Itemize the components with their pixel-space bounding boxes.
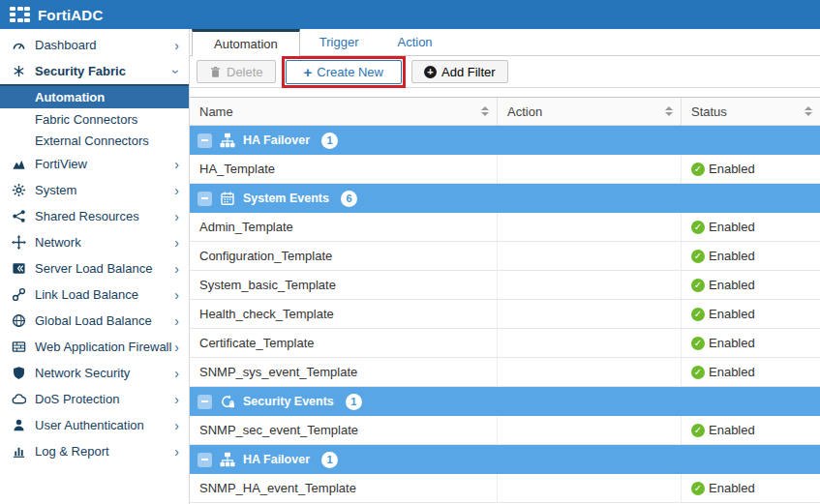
group-row-ha-failover[interactable]: HA Failover 1 (190, 126, 820, 155)
action-cell (498, 329, 682, 357)
sidebar-item-label: Link Load Balance (35, 287, 174, 302)
main-content: Automation Trigger Action Delete + Creat… (190, 29, 820, 504)
sort-icon[interactable] (665, 106, 673, 116)
delete-button[interactable]: Delete (197, 60, 276, 83)
shield-icon (11, 366, 26, 381)
network-icon (11, 235, 26, 251)
check-circle-icon: ✓ (691, 366, 705, 379)
share-icon (11, 209, 26, 224)
action-cell (498, 155, 682, 183)
status-badge: Enabled (709, 481, 755, 495)
sidebar-item-dos-protection[interactable]: DoS Protection › (0, 386, 189, 412)
sidebar: Dashboard › Security Fabric › Automation… (0, 29, 190, 504)
table-row[interactable]: System_basic_Template ✓Enabled (190, 271, 820, 300)
status-badge: Enabled (709, 307, 755, 321)
automation-table: Name Action Status HA (190, 97, 820, 503)
sidebar-item-shared-resources[interactable]: Shared Resources › (0, 203, 189, 229)
sidebar-item-label: Global Load Balance (35, 313, 174, 328)
tab-trigger[interactable]: Trigger (300, 29, 379, 55)
sidebar-item-label: Security Fabric (35, 64, 174, 78)
sidebar-item-user-authentication[interactable]: User Authentication › (0, 412, 189, 438)
column-header-action[interactable]: Action (498, 98, 682, 125)
tab-action[interactable]: Action (378, 29, 451, 55)
sidebar-item-fortiview[interactable]: FortiView › (0, 151, 189, 177)
table-row[interactable]: SNMP_sys_event_Template ✓Enabled (190, 358, 820, 387)
sidebar-item-dashboard[interactable]: Dashboard › (0, 32, 189, 58)
bar-chart-icon (11, 444, 26, 460)
sidebar-item-server-load-balance[interactable]: Server Load Balance › (0, 255, 189, 282)
sidebar-item-web-application-firewall[interactable]: Web Application Firewall › (0, 334, 189, 360)
tab-bar: Automation Trigger Action (190, 29, 820, 56)
sidebar-item-system[interactable]: System › (0, 177, 189, 203)
chevron-right-icon: › (174, 314, 179, 328)
create-new-button[interactable]: + Create New (286, 60, 402, 84)
tab-automation[interactable]: Automation (192, 29, 300, 56)
sidebar-item-external-connectors[interactable]: External Connectors (0, 130, 189, 151)
table-row[interactable]: Configuration_Template ✓Enabled (190, 242, 820, 271)
table-row[interactable]: SNMP_sec_event_Template ✓Enabled (190, 416, 820, 445)
table-header-row: Name Action Status (190, 98, 820, 126)
name-cell: System_basic_Template (190, 271, 498, 299)
action-cell (498, 242, 682, 270)
status-badge: Enabled (709, 249, 755, 263)
action-cell (498, 358, 682, 386)
sidebar-item-label: Web Application Firewall (35, 340, 174, 354)
column-header-status[interactable]: Status (682, 98, 820, 125)
check-circle-icon: ✓ (691, 163, 705, 176)
chevron-right-icon: › (174, 288, 179, 302)
chevron-right-icon: › (174, 184, 179, 197)
sidebar-item-link-load-balance[interactable]: Link Load Balance › (0, 282, 189, 308)
table-row[interactable]: Admin_Template ✓Enabled (190, 213, 820, 242)
collapse-icon[interactable] (197, 133, 212, 148)
chevron-right-icon: › (174, 158, 179, 171)
annotation-highlight-box: + Create New (282, 56, 406, 88)
dashboard-icon (11, 38, 26, 53)
calendar-icon (220, 191, 235, 206)
status-badge: Enabled (709, 278, 755, 292)
sidebar-item-label: DoS Protection (35, 392, 174, 406)
add-filter-button[interactable]: + Add Filter (411, 60, 508, 83)
sidebar-item-automation[interactable]: Automation (0, 84, 189, 108)
action-cell (498, 213, 682, 241)
group-row-security-events[interactable]: Security Events 1 (190, 387, 820, 416)
sort-icon[interactable] (481, 106, 489, 116)
sidebar-item-label: User Authentication (35, 418, 174, 432)
collapse-icon[interactable] (197, 395, 212, 409)
link-icon (11, 287, 26, 303)
status-cell: ✓Enabled (682, 242, 820, 270)
chevron-right-icon: › (174, 262, 179, 276)
column-header-name[interactable]: Name (190, 98, 498, 125)
security-fabric-icon (11, 64, 26, 79)
sidebar-item-network-security[interactable]: Network Security › (0, 360, 189, 386)
group-count-badge: 1 (321, 133, 338, 149)
check-circle-icon: ✓ (691, 424, 705, 437)
status-cell: ✓Enabled (682, 416, 820, 444)
sidebar-item-fabric-connectors[interactable]: Fabric Connectors (0, 108, 189, 130)
globe-icon (11, 313, 26, 329)
group-label: HA Failover (243, 453, 310, 466)
name-cell: SNMP_sys_event_Template (190, 358, 498, 386)
top-bar: FortiADC (0, 0, 820, 29)
group-row-system-events[interactable]: System Events 6 (190, 184, 820, 213)
sidebar-item-label: Dashboard (35, 38, 174, 52)
sidebar-subitem-label: Fabric Connectors (35, 112, 137, 127)
action-cell (498, 300, 682, 328)
sidebar-item-network[interactable]: Network › (0, 229, 189, 255)
sidebar-item-global-load-balance[interactable]: Global Load Balance › (0, 308, 189, 334)
group-row-ha-failover-2[interactable]: HA Failover 1 (190, 445, 820, 474)
sort-icon[interactable] (805, 106, 812, 116)
table-row[interactable]: Health_check_Template ✓Enabled (190, 300, 820, 329)
chevron-right-icon: › (174, 341, 179, 354)
check-circle-icon: ✓ (691, 250, 705, 263)
table-row[interactable]: HA_Template ✓Enabled (190, 155, 820, 184)
check-circle-icon: ✓ (691, 337, 705, 350)
collapse-icon[interactable] (197, 192, 212, 206)
app-title: FortiADC (38, 7, 103, 23)
chevron-right-icon: › (174, 419, 179, 432)
collapse-icon[interactable] (197, 453, 212, 467)
table-row[interactable]: Certificate_Template ✓Enabled (190, 329, 820, 358)
plus-icon: + (304, 64, 313, 80)
table-row[interactable]: SNMP_HA_event_Template ✓Enabled (190, 474, 820, 503)
sidebar-item-security-fabric[interactable]: Security Fabric › (0, 58, 189, 84)
sidebar-item-log-report[interactable]: Log & Report › (0, 438, 189, 464)
